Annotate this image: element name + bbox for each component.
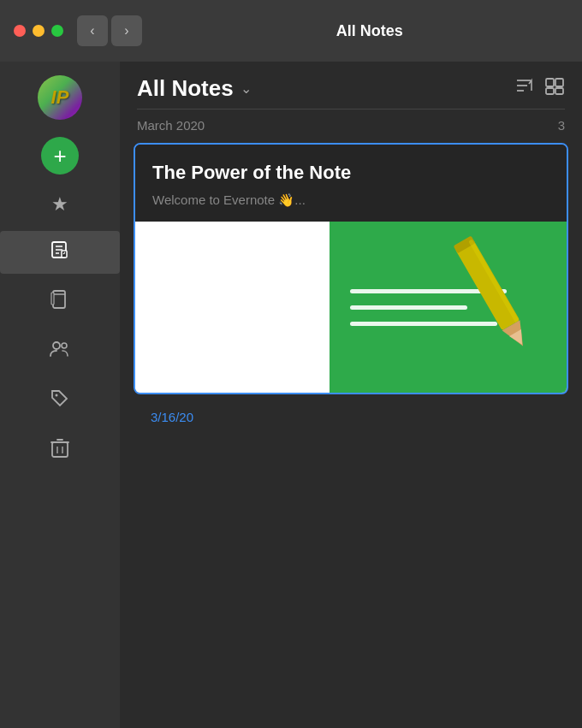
sidebar-item-tags[interactable] [0,380,120,423]
back-button[interactable]: ‹ [77,15,108,46]
pencil-icon [490,222,541,358]
sidebar-item-favorites[interactable]: ★ [0,185,120,224]
svg-rect-8 [51,293,54,305]
svg-rect-21 [546,88,554,94]
content-title-area: All Notes ⌄ [137,75,252,102]
window-controls [14,25,63,37]
layout-icon[interactable] [544,77,565,100]
content-header: All Notes ⌄ [120,62,582,109]
svg-point-9 [53,342,60,349]
add-note-button[interactable]: + [41,137,79,175]
month-label: March 2020 [137,118,205,133]
avatar-initials: IP [51,88,69,107]
svg-rect-6 [53,291,65,308]
close-button[interactable] [14,25,26,37]
titlebar-title: All Notes [336,22,472,40]
main-area: IP + ★ [0,62,582,728]
svg-rect-22 [555,88,563,94]
note-image-right [330,222,567,393]
content-actions [514,77,565,100]
sidebar: IP + ★ [0,62,120,728]
note-image-section [135,222,567,393]
svg-rect-12 [52,442,68,457]
note-preview: Welcome to Evernote 👋... [152,192,549,208]
svg-rect-19 [546,79,554,86]
titlebar: ‹ › All Notes [0,0,582,62]
notes-list: The Power of the Note Welcome to Evernot… [120,139,582,728]
sidebar-item-notes[interactable] [0,231,120,274]
sidebar-item-notebooks[interactable] [0,281,120,323]
svg-point-11 [56,394,58,397]
avatar[interactable]: IP [38,75,82,120]
sidebar-item-shared[interactable] [0,330,120,373]
note-title: The Power of the Note [152,162,549,184]
tags-icon [50,388,70,414]
favorites-icon: ★ [51,193,68,216]
content-title: All Notes [137,75,234,102]
svg-rect-4 [62,251,67,257]
content-panel: All Notes ⌄ [120,62,582,728]
sort-icon[interactable] [514,77,534,100]
month-header: March 2020 3 [120,109,582,139]
svg-point-10 [62,343,67,348]
notebooks-icon [50,289,70,315]
line-bar-3 [350,322,497,326]
note-card[interactable]: The Power of the Note Welcome to Evernot… [134,143,568,394]
month-count: 3 [558,118,565,133]
maximize-button[interactable] [51,25,63,37]
notes-icon [50,240,70,265]
nav-buttons: ‹ › [77,15,142,46]
line-bar-2 [350,305,468,310]
note-text-section: The Power of the Note Welcome to Evernot… [135,145,567,222]
forward-button[interactable]: › [111,15,142,46]
dropdown-arrow[interactable]: ⌄ [241,80,252,97]
sidebar-item-trash[interactable] [0,429,120,472]
trash-icon [50,438,69,464]
note-date: 3/16/20 [134,401,568,428]
note-image-left [135,222,330,393]
minimize-button[interactable] [33,25,45,37]
shared-icon [49,339,71,364]
svg-rect-20 [555,79,563,86]
